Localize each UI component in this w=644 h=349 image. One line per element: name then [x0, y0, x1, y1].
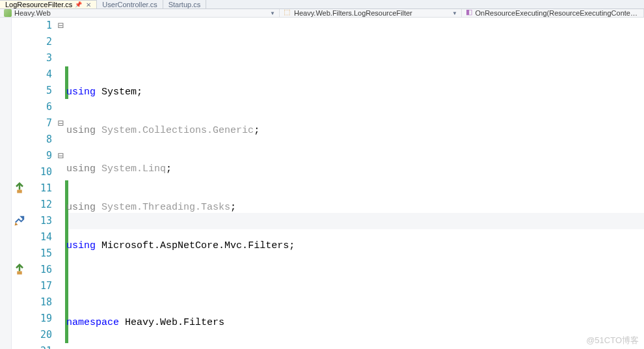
code-line [65, 276, 644, 292]
svg-rect-0 [17, 190, 22, 193]
project-dropdown[interactable]: Heavy.Web ▼ [0, 9, 280, 17]
tab-label: LogResourceFilter.cs [5, 1, 72, 8]
csharp-project-icon [4, 9, 12, 17]
method-icon [466, 9, 472, 17]
line-number: 13 [27, 213, 52, 229]
project-name: Heavy.Web [14, 9, 265, 17]
pin-icon[interactable]: 📌 [75, 1, 82, 8]
code-editor[interactable]: 1 2 3 4 5 6 7 8 9 10 11 12 13 14 15 16 1… [0, 18, 644, 349]
code-line: using System; [65, 84, 644, 100]
line-number: 1 [27, 18, 52, 34]
line-number: 3 [27, 50, 52, 66]
line-number: 12 [27, 197, 52, 213]
line-number: 17 [27, 278, 52, 294]
fold-toggle[interactable]: ⊟ [56, 115, 65, 132]
fold-gutter: ⊟ ⊟ ⊟ [56, 18, 65, 349]
line-number: 10 [27, 164, 52, 180]
implements-glyph-icon[interactable] [13, 182, 26, 195]
line-number: 5 [27, 83, 52, 99]
glyph-margin [12, 18, 27, 349]
line-number: 16 [27, 262, 52, 278]
line-number: 7 [27, 115, 52, 132]
code-line: using System.Linq; [65, 161, 644, 177]
line-number: 20 [27, 327, 52, 343]
class-icon [284, 9, 291, 17]
implements-glyph-icon[interactable] [13, 263, 26, 276]
fold-toggle[interactable]: ⊟ [56, 148, 65, 164]
build-action-icon[interactable] [13, 214, 26, 227]
code-line: namespace Heavy.Web.Filters [65, 314, 644, 331]
line-number: 15 [27, 245, 52, 262]
outline-margin [0, 18, 12, 349]
tab-startup[interactable]: Startup.cs [163, 0, 207, 8]
svg-rect-1 [17, 272, 22, 275]
close-icon[interactable]: ✕ [86, 1, 91, 8]
tab-usercontroller[interactable]: UserController.cs [97, 0, 163, 8]
chevron-down-icon: ▼ [452, 10, 457, 16]
line-number: 14 [27, 229, 52, 245]
line-number: 19 [27, 311, 52, 327]
line-number: 11 [27, 180, 52, 197]
tab-logresourcefilter[interactable]: LogResourceFilter.cs 📌 ✕ [0, 0, 97, 8]
line-number-gutter: 1 2 3 4 5 6 7 8 9 10 11 12 13 14 15 16 1… [27, 18, 56, 349]
chevron-down-icon: ▼ [270, 10, 275, 16]
line-number: 2 [27, 34, 52, 50]
line-number: 21 [27, 343, 52, 349]
member-dropdown[interactable]: OnResourceExecuting(ResourceExecutingCon… [462, 9, 644, 17]
tab-label: UserController.cs [102, 1, 157, 8]
code-line: using Microsoft.AspNetCore.Mvc.Filters; [65, 238, 644, 254]
navigation-bar: Heavy.Web ▼ Heavy.Web.Filters.LogResourc… [0, 9, 644, 18]
line-number: 6 [27, 99, 52, 115]
code-area[interactable]: using System; using System.Collections.G… [65, 18, 644, 349]
tab-label: Startup.cs [168, 1, 201, 8]
line-number: 18 [27, 294, 52, 311]
line-number: 9 [27, 148, 52, 164]
line-number: 8 [27, 132, 52, 148]
line-number: 4 [27, 66, 52, 83]
document-tab-bar: LogResourceFilter.cs 📌 ✕ UserController.… [0, 0, 644, 9]
class-name: Heavy.Web.Filters.LogResourceFilter [294, 9, 447, 17]
class-dropdown[interactable]: Heavy.Web.Filters.LogResourceFilter ▼ [280, 9, 462, 17]
watermark: @51CTO博客 [586, 335, 639, 346]
current-line-highlight [65, 213, 644, 229]
fold-toggle[interactable]: ⊟ [56, 18, 65, 34]
member-name: OnResourceExecuting(ResourceExecutingCon… [475, 9, 639, 17]
code-line: using System.Collections.Generic; [65, 122, 644, 139]
